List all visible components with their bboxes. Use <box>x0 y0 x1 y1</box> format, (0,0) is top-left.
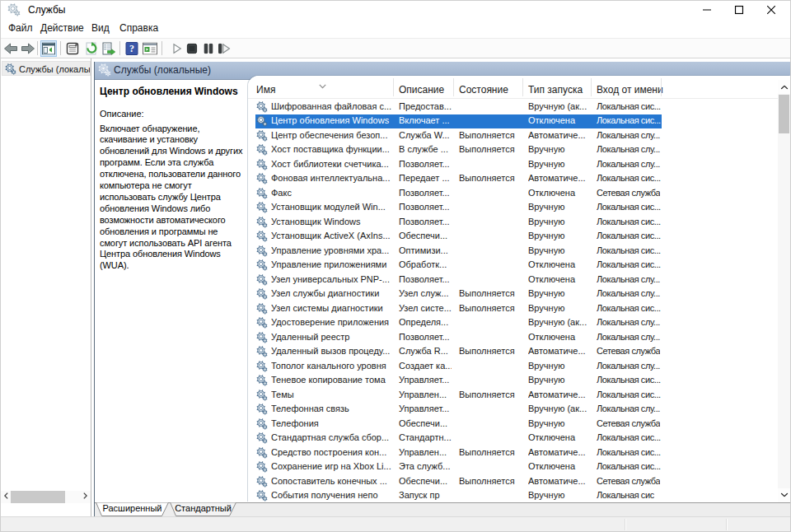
cell-logon-as: Локальная слу... <box>597 332 660 342</box>
cell-description: Узел служ... <box>399 288 452 298</box>
cell-logon-as: Локальная сис... <box>597 375 661 385</box>
service-row[interactable]: Фоновая интеллектуальна...Передает ...Вы… <box>248 172 778 187</box>
cell-logon-as: Локальная слу... <box>597 404 660 413</box>
cell-name: События получения непо <box>271 490 393 500</box>
refresh-button[interactable] <box>83 40 100 57</box>
cell-startup-type: Отключена <box>528 432 589 442</box>
service-row[interactable]: Сопоставитель конечных ...Обеспечи...Вып… <box>248 474 778 489</box>
cell-description: В службе ... <box>399 144 452 154</box>
cell-description: Предостав... <box>399 101 452 111</box>
cell-name: Фоновая интеллектуальна... <box>271 173 393 183</box>
pause-service-button[interactable] <box>200 40 217 57</box>
service-gear-icon <box>256 144 268 156</box>
column-separator[interactable] <box>453 78 454 96</box>
column-separator[interactable] <box>591 78 592 96</box>
tree-item-services-local[interactable]: Службы (локальные) <box>2 61 91 76</box>
export-list-button[interactable] <box>101 40 117 57</box>
service-gear-icon <box>256 288 268 300</box>
service-row[interactable]: Теневое копирование томаУправляет...Вруч… <box>248 374 778 389</box>
service-gear-icon <box>256 303 268 315</box>
service-row[interactable]: События получения непоЗапуск прВручнуюЛо… <box>248 489 778 502</box>
cell-description: Создает ка... <box>399 361 452 371</box>
column-header-startup-type[interactable]: Тип запуска <box>528 84 583 96</box>
service-gear-icon <box>256 332 268 343</box>
service-gear-icon <box>256 130 268 142</box>
cell-description: Эта служб... <box>399 461 452 471</box>
service-row[interactable]: Установщик модулей Win...Позволяет...Вру… <box>248 201 778 216</box>
cell-description: Управляет... <box>399 404 452 413</box>
service-row[interactable]: ТелефонияОбеспечи...ВручнуюСетевая служб… <box>248 417 778 432</box>
cell-logon-as: Локальная сис... <box>597 245 661 255</box>
service-row[interactable]: Управление приложениямиОбработк...Отключ… <box>248 259 778 273</box>
service-gear-icon <box>256 173 268 184</box>
stop-service-button[interactable] <box>184 40 200 57</box>
menubar: ФайлДействиеВидСправка <box>1 19 790 38</box>
service-row[interactable]: Установщик WindowsПозволяет...ВручнуюЛок… <box>248 215 778 230</box>
column-separator[interactable] <box>661 78 662 96</box>
vertical-scrollbar[interactable] <box>778 80 790 502</box>
tab-standard[interactable]: Стандартный <box>170 502 236 516</box>
close-button[interactable] <box>752 1 790 19</box>
service-gear-icon <box>256 404 268 415</box>
cell-startup-type: Отключена <box>528 188 589 198</box>
service-row[interactable]: Установщик ActiveX (AxIns...Обеспечи...В… <box>248 230 778 245</box>
cell-description: Позволяет... <box>399 274 452 284</box>
help-button[interactable]: ? <box>124 40 140 57</box>
service-row[interactable]: Хост поставщика функции...В службе ...Вы… <box>248 143 778 158</box>
cell-startup-type: Вручную <box>528 217 589 226</box>
service-row[interactable]: ТемыУправлен...ВыполняетсяАвтоматиче...Л… <box>248 388 778 403</box>
tab-label: Расширенный <box>103 503 162 513</box>
service-row[interactable]: Хост библиотеки счетчика...Позволяет...В… <box>248 157 778 172</box>
column-header-status[interactable]: Состояние <box>459 84 508 96</box>
scroll-down-arrow-icon[interactable] <box>778 488 790 502</box>
tab-extended[interactable]: Расширенный <box>96 502 169 516</box>
restart-service-button[interactable] <box>216 40 232 57</box>
menu-action[interactable]: Действие <box>40 22 84 34</box>
cell-startup-type: Автоматиче... <box>528 447 589 457</box>
cell-description: Служба R... <box>399 346 452 356</box>
scroll-thumb[interactable] <box>779 95 789 133</box>
service-row[interactable]: Средство построения кон...Управлен...Вып… <box>248 446 778 460</box>
service-row[interactable]: Удаленный вызов процеду...Служба R...Вып… <box>248 345 778 360</box>
menu-file[interactable]: Файл <box>8 22 33 34</box>
scroll-thumb[interactable] <box>11 491 65 503</box>
service-row[interactable]: Стандартная служба сбор...Стандартн...От… <box>248 432 778 446</box>
service-row[interactable]: Узел службы диагностикиУзел служ...Выпол… <box>248 287 778 302</box>
column-header-description[interactable]: Описание <box>399 84 444 96</box>
column-separator[interactable] <box>522 78 523 96</box>
back-button[interactable] <box>2 40 19 57</box>
service-row[interactable]: Центр обновления WindowsВключает ...Откл… <box>248 114 778 129</box>
service-row[interactable]: Сохранение игр на Xbox Li...Эта служб...… <box>248 460 778 475</box>
forward-button[interactable] <box>20 40 36 57</box>
show-hide-console-tree-button[interactable] <box>40 40 57 57</box>
cell-status: Выполняется <box>459 130 522 140</box>
service-row[interactable]: Управление уровнями хра...Оптимизи...Вру… <box>248 244 778 259</box>
cell-logon-as: Локальная сис... <box>597 202 661 212</box>
service-gear-icon <box>256 101 268 113</box>
show-help-window-button[interactable] <box>142 40 158 57</box>
service-row[interactable]: Удаленный реестрПозволяет...ОтключенаЛок… <box>248 330 778 345</box>
service-gear-icon <box>256 317 268 329</box>
column-header-name[interactable]: Имя <box>256 84 275 96</box>
scroll-right-arrow-icon[interactable] <box>80 491 91 503</box>
service-row[interactable]: ФаксПозволяет...ОтключенаСетевая служба <box>248 186 778 201</box>
service-row[interactable]: Удостоверение приложенияОпределя...Вручн… <box>248 316 778 331</box>
service-row[interactable]: Телефонная связьУправляет...Вручную (ак.… <box>248 403 778 418</box>
properties-button[interactable] <box>64 40 81 57</box>
service-row[interactable]: Узел универсальных PNP-...Позволяет...От… <box>248 273 778 287</box>
service-row[interactable]: Центр обеспечения безоп...Служба W...Вып… <box>248 128 778 143</box>
tree-horizontal-scrollbar[interactable] <box>1 491 91 503</box>
menu-help[interactable]: Справка <box>119 22 158 34</box>
cell-name: Хост библиотеки счетчика... <box>271 159 393 169</box>
start-service-button[interactable] <box>169 40 185 57</box>
cell-logon-as: Локальная слу... <box>597 159 660 169</box>
menu-view[interactable]: Вид <box>91 22 110 34</box>
service-row[interactable]: Узел системы диагностикиУзел систе...Вып… <box>248 301 778 316</box>
service-row[interactable]: Шифрованная файловая с...Предостав...Вру… <box>248 100 778 114</box>
cell-startup-type: Вручную <box>528 490 589 500</box>
service-row[interactable]: Тополог канального уровняСоздает ка...Вр… <box>248 359 778 374</box>
column-header-logon-as[interactable]: Вход от имени <box>597 84 663 96</box>
cell-status: Выполняется <box>459 447 522 457</box>
column-separator[interactable] <box>393 78 394 96</box>
scroll-up-arrow-icon[interactable] <box>778 80 790 94</box>
